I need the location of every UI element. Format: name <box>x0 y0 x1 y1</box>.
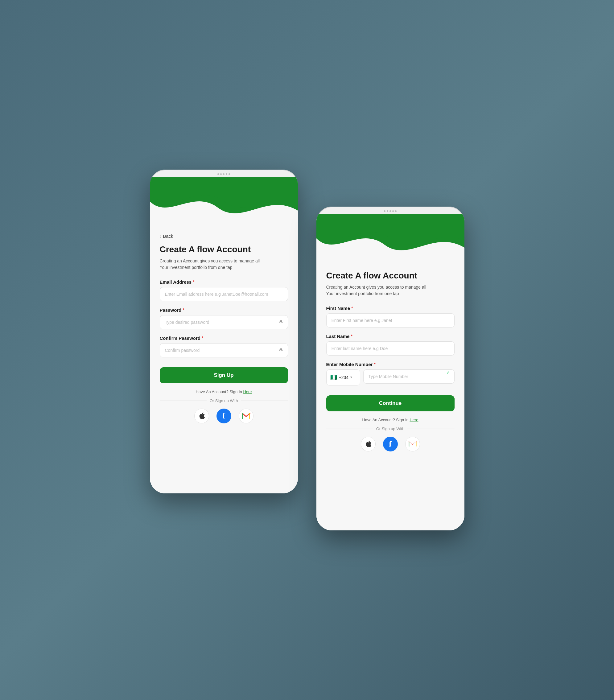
email-input-wrapper <box>160 287 288 301</box>
confirm-password-label: Confirm Password * <box>160 336 288 341</box>
phone-input-row: 🇳🇬 +234 ▾ ✓ <box>326 370 454 386</box>
divider-line-left-2 <box>326 429 373 429</box>
apple-signin-button-2[interactable] <box>361 437 376 451</box>
first-name-field-group: First Name * <box>326 305 454 327</box>
back-button[interactable]: ‹ Back <box>160 234 173 239</box>
svg-rect-12 <box>416 442 416 447</box>
email-input[interactable] <box>160 287 288 301</box>
gmail-signin-button[interactable] <box>239 409 253 423</box>
signin-row-1: Have An Account? Sign In Here <box>160 389 288 394</box>
phone-notch-1 <box>150 170 298 177</box>
mobile-label: Enter Mobile Number * <box>326 362 454 367</box>
page-title-1: Create A flow Account <box>160 244 288 255</box>
wave-header-2 <box>316 214 464 263</box>
notch-dot <box>384 210 386 212</box>
page-subtitle-2: Creating an Account gives you access to … <box>326 284 454 297</box>
confirm-password-input-wrapper: 👁 <box>160 343 288 358</box>
divider-2: Or Sign up With <box>326 426 454 431</box>
confirm-required-star: * <box>202 336 203 340</box>
last-name-input[interactable] <box>326 341 454 355</box>
svg-rect-11 <box>409 442 409 447</box>
country-flag: 🇳🇬 <box>330 374 337 381</box>
notch-dot <box>392 210 394 212</box>
confirm-password-input[interactable] <box>160 343 288 358</box>
country-code-selector[interactable]: 🇳🇬 +234 ▾ <box>326 370 360 386</box>
notch-dot <box>217 173 219 175</box>
password-field-group: Password * 👁 <box>160 308 288 329</box>
password-input-wrapper: 👁 <box>160 315 288 329</box>
apple-signin-button[interactable] <box>194 409 209 423</box>
divider-1: Or Sign up With <box>160 398 288 403</box>
mobile-number-input[interactable] <box>363 370 454 384</box>
mobile-required-star: * <box>374 362 375 367</box>
divider-line-right-2 <box>408 429 454 429</box>
phone-2: Create A flow Account Creating an Accoun… <box>316 207 464 530</box>
confirm-eye-icon[interactable]: 👁 <box>279 348 284 353</box>
email-required-star: * <box>193 279 194 284</box>
password-input[interactable] <box>160 315 288 329</box>
first-name-label: First Name * <box>326 305 454 311</box>
mobile-field-group: Enter Mobile Number * 🇳🇬 +234 ▾ ✓ <box>326 362 454 386</box>
last-name-field-group: Last Name * <box>326 334 454 355</box>
notch-dot <box>387 210 388 212</box>
svg-rect-7 <box>249 413 250 419</box>
last-name-input-wrapper <box>326 341 454 355</box>
password-required-star: * <box>183 308 184 312</box>
signin-link-1[interactable]: Here <box>243 389 252 394</box>
back-chevron-icon: ‹ <box>160 234 161 239</box>
phone-screen-2: Create A flow Account Creating an Accoun… <box>316 214 464 530</box>
phone-1: ‹ Back Create A flow Account Creating an… <box>150 170 298 493</box>
confirm-password-field-group: Confirm Password * 👁 <box>160 336 288 358</box>
email-label: Email Address * <box>160 279 288 285</box>
page-subtitle-1: Creating an Account gives you access to … <box>160 258 288 271</box>
check-icon: ✓ <box>446 370 450 375</box>
country-code: +234 <box>339 375 349 380</box>
mobile-input-wrapper: ✓ <box>363 370 454 386</box>
wave-header-1 <box>150 177 298 226</box>
email-field-group: Email Address * <box>160 279 288 301</box>
notch-dot <box>220 173 222 175</box>
gmail-signin-button-2[interactable] <box>405 437 420 451</box>
facebook-icon: f <box>222 411 225 421</box>
notch-dot <box>223 173 225 175</box>
phone-content-1: ‹ Back Create A flow Account Creating an… <box>150 226 298 493</box>
phone-screen-1: ‹ Back Create A flow Account Creating an… <box>150 177 298 493</box>
divider-line-left-1 <box>160 401 206 401</box>
notch-dot <box>389 210 391 212</box>
social-icons-1: f <box>160 409 288 423</box>
divider-line-right-1 <box>241 401 288 401</box>
first-name-required-star: * <box>351 305 353 311</box>
dropdown-chevron-icon: ▾ <box>350 375 352 379</box>
last-name-required-star: * <box>351 334 352 339</box>
facebook-signin-button[interactable]: f <box>216 409 231 423</box>
social-icons-2: f <box>326 437 454 451</box>
password-eye-icon[interactable]: 👁 <box>279 320 284 325</box>
signin-link-2[interactable]: Here <box>410 417 418 422</box>
phone-content-2: Create A flow Account Creating an Accoun… <box>316 263 464 530</box>
notch-dot <box>228 173 230 175</box>
facebook-icon-2: f <box>389 439 392 449</box>
scene: ‹ Back Create A flow Account Creating an… <box>150 170 464 530</box>
first-name-input[interactable] <box>326 313 454 327</box>
signup-button[interactable]: Sign Up <box>160 367 288 383</box>
first-name-input-wrapper <box>326 313 454 327</box>
last-name-label: Last Name * <box>326 334 454 339</box>
svg-rect-6 <box>242 413 243 419</box>
password-label: Password * <box>160 308 288 313</box>
notch-dot <box>226 173 227 175</box>
phone-notch-2 <box>316 207 464 214</box>
page-title-2: Create A flow Account <box>326 271 454 281</box>
or-text-2: Or Sign up With <box>376 426 405 431</box>
signin-row-2: Have An Account? Sign In Here <box>326 417 454 422</box>
facebook-signin-button-2[interactable]: f <box>383 437 398 451</box>
or-text-1: Or Sign up With <box>210 398 238 403</box>
notch-dot <box>395 210 397 212</box>
back-label: Back <box>163 234 173 239</box>
continue-button[interactable]: Continue <box>326 395 454 411</box>
